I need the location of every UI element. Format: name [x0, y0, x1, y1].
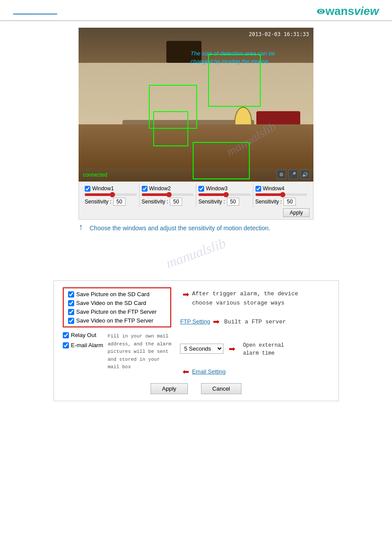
- sensitivity-text-4: Sensitivity :: [255, 199, 282, 205]
- window-row: Window1 Sensitivity : 50 Window2: [83, 184, 309, 207]
- window4-slider-thumb[interactable]: [280, 192, 285, 197]
- window4-label[interactable]: Window4: [255, 185, 308, 192]
- window3-sensitivity: Sensitivity : 50: [198, 198, 251, 206]
- save-video-sd-checkbox[interactable]: [68, 300, 74, 306]
- sensitivity-apply-button[interactable]: Apply: [283, 208, 309, 217]
- window1-label[interactable]: Window1: [85, 185, 137, 192]
- window2-sensitivity: Sensitivity : 50: [142, 198, 194, 206]
- window2-col: Window2 Sensitivity : 50: [140, 184, 197, 207]
- camera-wrapper: 2013-02-03 16:31:33 The size of detectio…: [79, 28, 313, 232]
- mail-annotation-line1: Fill in your own mail: [108, 333, 171, 341]
- window3-label[interactable]: Window3: [198, 185, 251, 192]
- page-header: _______________ wansview: [0, 0, 392, 21]
- window1-slider-thumb[interactable]: [110, 192, 115, 197]
- storage-arrow-icon: ➡: [183, 290, 189, 299]
- email-row: ➡ Email Setting: [180, 367, 329, 377]
- storage-annotation-line1: After trigger alarm, the device: [192, 290, 298, 299]
- open-alarm-annotation: Open external alarm time: [243, 341, 284, 357]
- window3-sensitivity-value: 50: [227, 198, 239, 206]
- window4-checkbox[interactable]: [255, 186, 261, 192]
- camera-controls: ⚙ 🎤 🔊: [277, 170, 310, 179]
- settings-apply-button[interactable]: Apply: [151, 383, 188, 394]
- ftp-annotation: Built a FTP server: [224, 319, 286, 325]
- settings-right: ➡ After trigger alarm, the device choose…: [180, 287, 329, 377]
- mic-button[interactable]: 🎤: [288, 170, 298, 179]
- settings-button[interactable]: ⚙: [277, 170, 286, 179]
- camera-view: 2013-02-03 16:31:33 The size of detectio…: [79, 28, 313, 181]
- save-picture-ftp-checkbox[interactable]: [68, 309, 74, 315]
- sensitivity-text-2: Sensitivity :: [142, 199, 169, 205]
- volume-button[interactable]: 🔊: [300, 170, 310, 179]
- mail-annotation-line5: mail box: [108, 363, 171, 371]
- window1-sensitivity: Sensitivity : 50: [85, 198, 137, 206]
- camera-timestamp: 2013-02-03 16:31:33: [249, 31, 309, 37]
- caption-text: Choose the windows and adjust the sensit…: [90, 225, 270, 232]
- email-setting-link[interactable]: Email Setting: [192, 368, 226, 375]
- window4-slider-track: [255, 193, 308, 196]
- caption-row: ↑ Choose the windows and adjust the sens…: [79, 222, 313, 232]
- settings-cancel-button[interactable]: Cancel: [201, 383, 241, 394]
- save-video-sd-label[interactable]: Save Video on the SD Card: [68, 300, 166, 306]
- middle-watermark: manualslib: [164, 235, 228, 272]
- window2-checkbox[interactable]: [142, 186, 147, 192]
- open-alarm-line2: alarm time: [243, 349, 284, 357]
- relay-email-checkboxes: Relay Out E-mail Alarm: [63, 332, 104, 348]
- sensitivity-controls: Window1 Sensitivity : 50 Window2: [79, 181, 313, 220]
- ftp-setting-link[interactable]: FTP Setting: [180, 318, 210, 325]
- email-alarm-checkbox[interactable]: [63, 342, 69, 348]
- header-link[interactable]: _______________: [13, 8, 57, 15]
- storage-annotation-line2: choose various storage ways: [192, 299, 298, 308]
- apply-row: Apply: [83, 208, 309, 217]
- up-arrow-icon: ↑: [79, 222, 83, 232]
- save-picture-sd-checkbox[interactable]: [68, 291, 74, 297]
- window3-text: Window3: [206, 185, 227, 192]
- middle-watermark-area: manualslib: [0, 236, 392, 272]
- window2-slider-track: [142, 193, 194, 196]
- window4-sensitivity: Sensitivity : 50: [255, 198, 308, 206]
- save-video-ftp-label[interactable]: Save Video on the FTP Server: [68, 317, 166, 324]
- save-video-sd-text: Save Video on the SD Card: [76, 300, 146, 306]
- storage-annotation: After trigger alarm, the device choose v…: [192, 290, 298, 308]
- logo: wansview: [317, 4, 379, 18]
- save-picture-ftp-label[interactable]: Save Picture on the FTP Server: [68, 308, 166, 315]
- ftp-row: FTP Setting ➡ Built a FTP server: [180, 317, 329, 326]
- camera-section: 2013-02-03 16:31:33 The size of detectio…: [0, 28, 392, 232]
- window1-text: Window1: [92, 185, 114, 192]
- logo-text: wansview: [326, 4, 379, 18]
- logo-eye-icon: [317, 7, 325, 15]
- save-video-ftp-text: Save Video on the FTP Server: [76, 317, 154, 324]
- storage-group: Save Picture on the SD Card Save Video o…: [63, 287, 172, 327]
- window2-label[interactable]: Window2: [142, 185, 194, 192]
- svg-point-2: [320, 10, 322, 12]
- relay-out-checkbox[interactable]: [63, 332, 69, 338]
- window3-slider-thumb[interactable]: [223, 192, 229, 197]
- camera-annotation: The size of detection area can be change…: [191, 50, 287, 65]
- save-video-ftp-checkbox[interactable]: [68, 318, 74, 324]
- email-alarm-label[interactable]: E-mail Alarm: [63, 342, 104, 348]
- bottom-buttons: Apply Cancel: [63, 383, 330, 394]
- window4-text: Window4: [263, 185, 284, 192]
- email-arrow-icon: ➡: [183, 367, 189, 377]
- window1-sensitivity-value: 50: [113, 198, 126, 206]
- window2-slider-thumb[interactable]: [166, 192, 172, 197]
- window2-sensitivity-value: 50: [170, 198, 182, 206]
- settings-main: Save Picture on the SD Card Save Video o…: [63, 287, 330, 377]
- relay-email-row: Relay Out E-mail Alarm Fill in your own …: [63, 332, 172, 371]
- window1-col: Window1 Sensitivity : 50: [83, 184, 140, 207]
- relay-out-text: Relay Out: [71, 332, 97, 338]
- mail-annotation-line3: pictures will be sent: [108, 348, 171, 356]
- sensitivity-text-3: Sensitivity :: [198, 199, 225, 205]
- window3-checkbox[interactable]: [198, 186, 204, 192]
- relay-out-label[interactable]: Relay Out: [63, 332, 104, 338]
- mail-annotation-line4: and stored in your: [108, 356, 171, 364]
- window1-slider-fill: [85, 193, 111, 196]
- window3-col: Window3 Sensitivity : 50: [196, 184, 253, 207]
- window3-slider-fill: [198, 193, 224, 196]
- settings-section: Save Picture on the SD Card Save Video o…: [0, 280, 392, 401]
- seconds-arrow-icon: ➡: [229, 344, 235, 354]
- email-alarm-text: E-mail Alarm: [71, 342, 104, 348]
- save-picture-sd-label[interactable]: Save Picture on the SD Card: [68, 291, 166, 297]
- seconds-select[interactable]: 5 Seconds 10 Seconds 15 Seconds 30 Secon…: [180, 344, 223, 354]
- open-alarm-line1: Open external: [243, 341, 284, 349]
- window1-checkbox[interactable]: [85, 186, 90, 192]
